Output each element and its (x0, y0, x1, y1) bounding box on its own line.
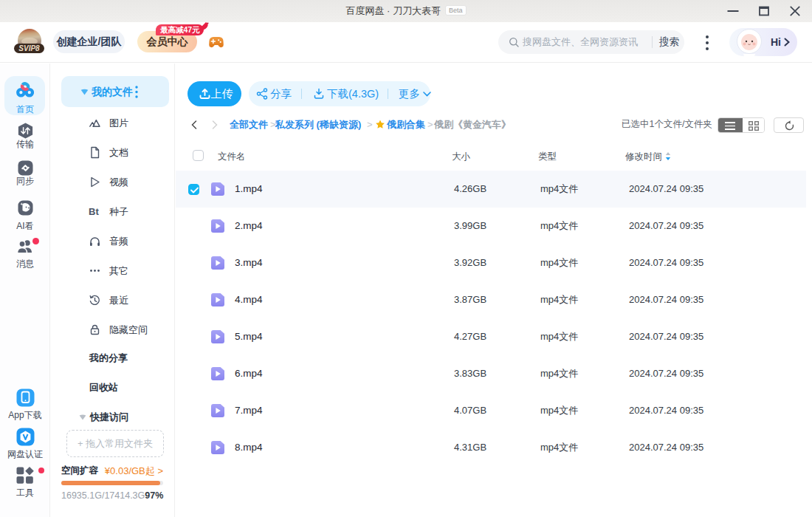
svg-text:Bt: Bt (89, 206, 99, 217)
